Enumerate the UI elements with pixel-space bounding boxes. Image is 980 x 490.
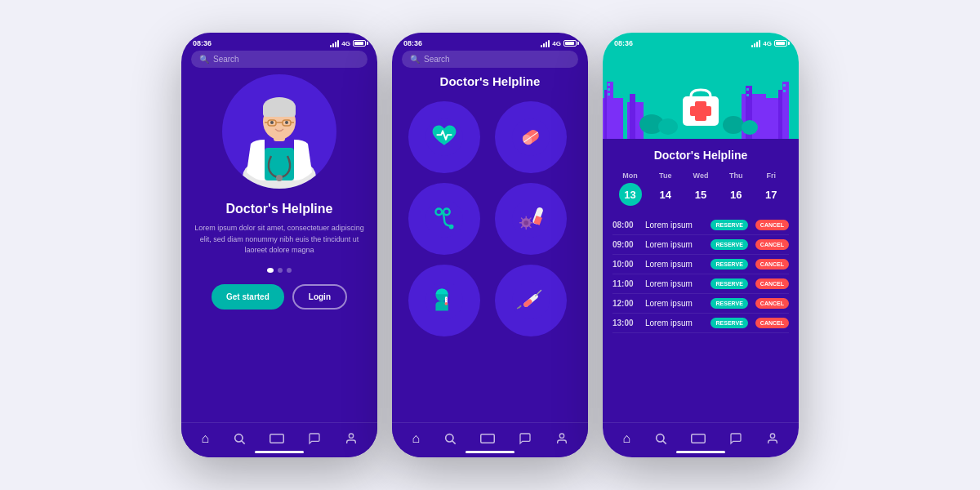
svg-line-52 <box>452 441 456 444</box>
nav-chat-2[interactable] <box>519 432 532 445</box>
cal-day-tue[interactable]: Tue 14 <box>654 172 677 206</box>
svg-point-26 <box>449 225 454 229</box>
svg-rect-44 <box>446 298 447 299</box>
nav-search-1[interactable] <box>233 432 246 445</box>
schedule-row-0800: 08:00 Lorem ipsum RESERVE CANCEL <box>612 216 789 235</box>
svg-line-15 <box>242 441 245 444</box>
bottom-nav-2: ⌂ <box>392 422 588 457</box>
time-0800: 08:00 <box>612 220 640 229</box>
svg-point-80 <box>657 434 664 442</box>
nav-search-3[interactable] <box>654 432 667 445</box>
svg-line-39 <box>530 218 531 219</box>
battery-1 <box>353 40 366 47</box>
nav-screen-3[interactable] <box>691 434 706 443</box>
cal-day-num-wed: 15 <box>689 183 712 206</box>
status-right-1: 4G <box>330 40 366 47</box>
reserve-button-1100[interactable]: RESERVE <box>710 278 747 289</box>
svg-point-51 <box>446 434 453 442</box>
text-0900: Lorem ipsum <box>645 240 706 249</box>
status-time-2: 08:36 <box>403 39 422 47</box>
nav-home-3[interactable]: ⌂ <box>622 431 630 446</box>
nav-screen-2[interactable] <box>480 434 495 443</box>
home-indicator-1 <box>255 451 304 453</box>
city-illustration <box>603 65 799 139</box>
cal-day-num-fri: 17 <box>760 183 782 206</box>
menu-doctor[interactable] <box>408 183 480 255</box>
doctor-avatar <box>222 74 336 189</box>
nav-chat-1[interactable] <box>308 432 321 445</box>
network-type-1: 4G <box>341 40 350 47</box>
svg-rect-45 <box>446 300 447 301</box>
home-indicator-3 <box>676 451 725 453</box>
phone3-title: Doctor's Helpline <box>612 149 789 162</box>
reserve-button-1300[interactable]: RESERVE <box>710 318 747 328</box>
cal-day-name-wed: Wed <box>693 172 709 180</box>
pagination-dots <box>267 268 292 273</box>
status-bar-3: 08:36 4G <box>603 33 799 51</box>
cancel-button-1000[interactable]: CANCEL <box>755 259 789 270</box>
schedule-row-1200: 12:00 Lorem ipsum RESERVE CANCEL <box>612 294 789 314</box>
reserve-button-1200[interactable]: RESERVE <box>710 298 747 309</box>
cal-day-thu[interactable]: Thu 16 <box>724 172 747 206</box>
cal-day-name-fri: Fri <box>767 172 777 180</box>
phone-1: 08:36 4G 🔍 Search <box>181 33 377 457</box>
cancel-button-1100[interactable]: CANCEL <box>755 278 789 289</box>
network-type-2: 4G <box>552 40 561 47</box>
nav-screen-1[interactable] <box>270 434 284 443</box>
schedule-row-1100: 11:00 Lorem ipsum RESERVE CANCEL <box>612 274 789 294</box>
svg-rect-69 <box>746 88 749 91</box>
phone3-header: 08:36 4G <box>603 33 799 139</box>
status-time-1: 08:36 <box>193 39 212 47</box>
svg-rect-62 <box>608 88 610 91</box>
status-time-3: 08:36 <box>614 39 633 47</box>
search-label-2: Search <box>424 55 450 64</box>
get-started-button[interactable]: Get started <box>212 284 284 310</box>
search-bar-2[interactable]: 🔍 Search <box>402 51 578 68</box>
menu-temperature[interactable] <box>408 265 480 336</box>
svg-point-12 <box>270 121 274 124</box>
svg-point-14 <box>235 434 243 442</box>
cal-day-name-thu: Thu <box>729 172 743 180</box>
cancel-button-1200[interactable]: CANCEL <box>755 298 789 309</box>
nav-user-1[interactable] <box>345 432 358 445</box>
svg-line-38 <box>521 226 522 227</box>
cal-day-wed[interactable]: Wed 15 <box>689 172 712 206</box>
svg-rect-53 <box>481 434 495 443</box>
signal-bars-1 <box>330 40 339 47</box>
menu-medicine[interactable] <box>495 101 567 173</box>
reserve-button-0900[interactable]: RESERVE <box>710 239 747 250</box>
svg-rect-16 <box>270 434 284 443</box>
cal-day-fri[interactable]: Fri 17 <box>760 172 782 206</box>
status-bar-2: 08:36 4G <box>392 33 588 51</box>
cancel-button-0800[interactable]: CANCEL <box>755 220 789 230</box>
bottom-nav-3: ⌂ <box>603 422 799 457</box>
nav-home-2[interactable]: ⌂ <box>412 431 420 446</box>
home-indicator-2 <box>466 451 514 453</box>
phone2-main: Doctor's Helpline <box>392 74 588 422</box>
nav-user-3[interactable] <box>766 432 779 445</box>
search-icon-1: 🔍 <box>199 55 209 64</box>
menu-health[interactable] <box>408 101 480 173</box>
search-label-1: Search <box>213 55 239 64</box>
reserve-button-1000[interactable]: RESERVE <box>710 259 747 270</box>
nav-user-2[interactable] <box>555 432 568 445</box>
svg-point-31 <box>523 220 528 225</box>
svg-point-17 <box>349 434 353 438</box>
status-right-2: 4G <box>541 40 577 47</box>
phone2-title: Doctor's Helpline <box>440 74 541 88</box>
time-1200: 12:00 <box>612 299 640 308</box>
cal-day-mon[interactable]: Mon 13 <box>619 172 642 206</box>
cancel-button-1300[interactable]: CANCEL <box>755 318 789 328</box>
svg-rect-79 <box>690 106 711 116</box>
menu-syringe[interactable] <box>495 265 567 336</box>
phone1-title: Doctor's Helpline <box>226 202 333 216</box>
reserve-button-0800[interactable]: RESERVE <box>710 220 747 230</box>
menu-grid <box>408 101 572 336</box>
nav-home-1[interactable]: ⌂ <box>201 431 209 446</box>
search-bar-1[interactable]: 🔍 Search <box>191 51 368 68</box>
menu-virus[interactable] <box>495 183 567 255</box>
cancel-button-0900[interactable]: CANCEL <box>755 239 789 250</box>
login-button[interactable]: Login <box>292 284 347 310</box>
nav-chat-3[interactable] <box>729 432 742 445</box>
nav-search-2[interactable] <box>443 432 457 445</box>
